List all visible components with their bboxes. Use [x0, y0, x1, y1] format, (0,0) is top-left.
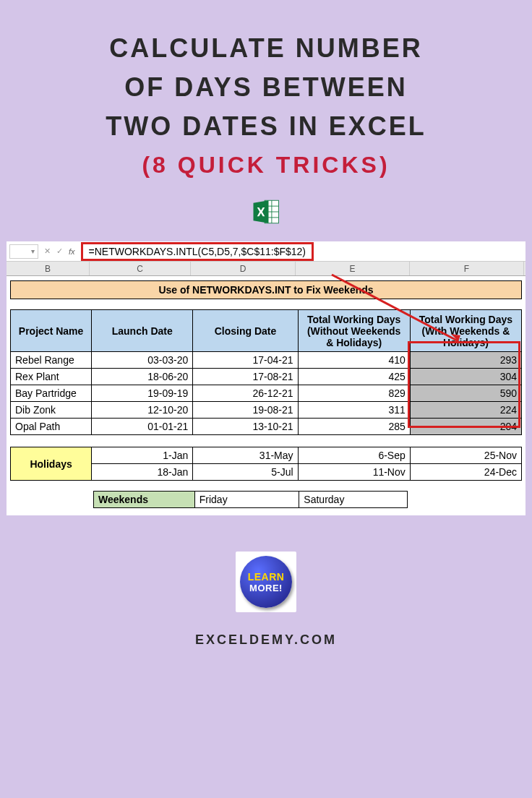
holiday-cell[interactable]: 18-Jan	[92, 464, 193, 481]
header-closing[interactable]: Closing Date	[193, 310, 298, 352]
holidays-table: Holidays 1-Jan 31-May 6-Sep 25-Nov 18-Ja…	[10, 447, 522, 481]
data-table: Project Name Launch Date Closing Date To…	[10, 309, 522, 435]
holiday-cell[interactable]: 11-Nov	[298, 464, 410, 481]
site-name: EXCELDEMY.COM	[195, 632, 337, 648]
holiday-cell[interactable]: 6-Sep	[298, 447, 410, 464]
name-box[interactable]: ▾	[9, 244, 38, 259]
holiday-cell[interactable]: 25-Nov	[410, 447, 521, 464]
cell-without[interactable]: 410	[298, 352, 410, 369]
enter-icon[interactable]: ✓	[56, 246, 63, 256]
title-line-3: TWO DATES IN EXCEL	[106, 107, 426, 146]
cell-with[interactable]: 293	[410, 352, 521, 369]
header-row: Project Name Launch Date Closing Date To…	[11, 310, 522, 352]
table-row: Opal Path 01-01-21 13-10-21 285 204	[11, 419, 522, 435]
formula-controls: ✕ ✓ fx	[38, 246, 81, 256]
cell-closing[interactable]: 17-04-21	[193, 352, 298, 369]
header-project[interactable]: Project Name	[11, 310, 92, 352]
page-title: CALCULATE NUMBER OF DAYS BETWEEN TWO DAT…	[106, 29, 426, 179]
learn-more-badge[interactable]: LEARN MORE!	[236, 552, 296, 612]
cell-closing[interactable]: 26-12-21	[193, 385, 298, 402]
holiday-cell[interactable]: 1-Jan	[92, 447, 193, 464]
weekends-label[interactable]: Weekends	[94, 492, 195, 508]
cell-launch[interactable]: 12-10-20	[92, 402, 193, 419]
header-launch[interactable]: Launch Date	[92, 310, 193, 352]
weekend-day[interactable]: Saturday	[299, 492, 408, 508]
cell-project[interactable]: Dib Zonk	[11, 402, 92, 419]
holidays-label[interactable]: Holidays	[11, 447, 92, 481]
column-headers: B C D E F	[7, 262, 525, 276]
title-line-2: OF DAYS BETWEEN	[106, 68, 426, 107]
table-row: Bay Partridge 19-09-19 26-12-21 829 590	[11, 385, 522, 402]
formula-bar: ▾ ✕ ✓ fx =NETWORKDAYS.INTL(C5,D5,7,$C$11…	[7, 241, 525, 262]
cancel-icon[interactable]: ✕	[44, 246, 51, 256]
cell-without[interactable]: 285	[298, 419, 410, 435]
excel-icon	[251, 197, 281, 227]
col-header-b[interactable]: B	[7, 262, 90, 275]
sheet-title-row[interactable]: Use of NETWORKDAYS.INT to Fix Weekends	[10, 280, 522, 299]
cell-without[interactable]: 311	[298, 402, 410, 419]
cell-with[interactable]: 224	[410, 402, 521, 419]
learn-text-2: MORE!	[249, 583, 283, 593]
table-row: Rex Plant 18-06-20 17-08-21 425 304	[11, 369, 522, 385]
learn-text-1: LEARN	[248, 571, 285, 583]
holiday-cell[interactable]: 5-Jul	[193, 464, 298, 481]
excel-screenshot: ▾ ✕ ✓ fx =NETWORKDAYS.INTL(C5,D5,7,$C$11…	[7, 241, 525, 515]
spreadsheet-body: Use of NETWORKDAYS.INT to Fix Weekends P…	[7, 276, 525, 515]
col-header-d[interactable]: D	[191, 262, 296, 275]
table-row: Weekends Friday Saturday	[94, 492, 408, 508]
cell-without[interactable]: 829	[298, 385, 410, 402]
table-row: Rebel Range 03-03-20 17-04-21 410 293	[11, 352, 522, 369]
learn-more-button[interactable]: LEARN MORE!	[240, 556, 292, 608]
cell-launch[interactable]: 03-03-20	[92, 352, 193, 369]
table-row: Dib Zonk 12-10-20 19-08-21 311 224	[11, 402, 522, 419]
cell-without[interactable]: 425	[298, 369, 410, 385]
cell-launch[interactable]: 19-09-19	[92, 385, 193, 402]
cell-with[interactable]: 590	[410, 385, 521, 402]
cell-launch[interactable]: 18-06-20	[92, 369, 193, 385]
title-subtitle: (8 QUICK TRICKS)	[106, 152, 426, 179]
weekend-day[interactable]: Friday	[194, 492, 299, 508]
cell-project[interactable]: Rex Plant	[11, 369, 92, 385]
cell-closing[interactable]: 19-08-21	[193, 402, 298, 419]
formula-input[interactable]: =NETWORKDAYS.INTL(C5,D5,7,$C$11:$F$12)	[81, 242, 314, 261]
col-header-c[interactable]: C	[90, 262, 191, 275]
fx-label[interactable]: fx	[69, 247, 75, 256]
col-header-e[interactable]: E	[296, 262, 410, 275]
cell-project[interactable]: Bay Partridge	[11, 385, 92, 402]
cell-project[interactable]: Opal Path	[11, 419, 92, 435]
cell-with[interactable]: 304	[410, 369, 521, 385]
weekends-table: Weekends Friday Saturday	[93, 491, 408, 508]
holiday-cell[interactable]: 24-Dec	[410, 464, 521, 481]
title-line-1: CALCULATE NUMBER	[106, 29, 426, 68]
table-row: Holidays 1-Jan 31-May 6-Sep 25-Nov	[11, 447, 522, 464]
col-header-f[interactable]: F	[410, 262, 524, 275]
cell-closing[interactable]: 13-10-21	[193, 419, 298, 435]
cell-project[interactable]: Rebel Range	[11, 352, 92, 369]
cell-with[interactable]: 204	[410, 419, 521, 435]
header-with[interactable]: Total Working Days (With Weekends & Holi…	[410, 310, 521, 352]
cell-closing[interactable]: 17-08-21	[193, 369, 298, 385]
cell-launch[interactable]: 01-01-21	[92, 419, 193, 435]
holiday-cell[interactable]: 31-May	[193, 447, 298, 464]
header-without[interactable]: Total Working Days (Without Weekends & H…	[298, 310, 410, 352]
